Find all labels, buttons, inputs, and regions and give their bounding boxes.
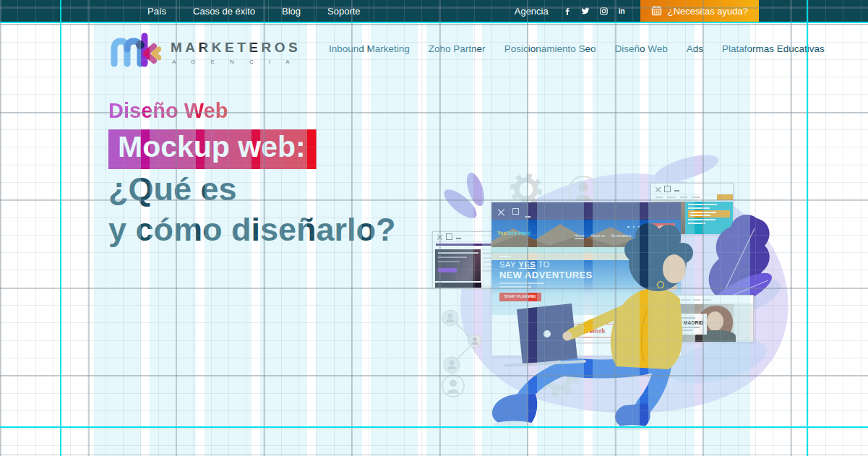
hero-highlight: Mockup web: (108, 129, 317, 169)
topbar-link-agencia[interactable]: Agencia (515, 6, 559, 17)
facebook-icon[interactable] (559, 0, 577, 22)
nav-ads[interactable]: Ads (687, 43, 703, 54)
topbar-menu: País Casos de éxito Blog Soporte (134, 0, 374, 22)
topbar-separator (374, 0, 374, 22)
topbar-link-casos-de-exito[interactable]: Casos de éxito (180, 0, 268, 22)
bottom-edge-line (0, 455, 868, 455)
hero-eyebrow: Diseño Web (108, 99, 228, 123)
nav-inbound-marketing[interactable]: Inbound Marketing (329, 43, 410, 54)
hero-title-line1: ¿Qué es (108, 169, 455, 210)
marketeros-logo[interactable]: MARKETEROS A G E N C I A (108, 32, 301, 72)
cyan-guide-vertical-left (60, 0, 61, 456)
hero-illustration: Yes!let's travel PLANNING Home About us … (430, 145, 849, 430)
help-button[interactable]: ¿Necesitas ayuda? (640, 0, 759, 22)
linkedin-glyph: in (619, 7, 625, 15)
linkedin-icon[interactable]: in (613, 0, 631, 22)
nav-zoho-partner[interactable]: Zoho Partner (429, 43, 486, 54)
sitting-woman-illustration (430, 145, 849, 430)
topbar-link-soporte[interactable]: Soporte (314, 0, 374, 22)
topbar-link-pais[interactable]: País (134, 0, 179, 22)
nav-plataformas-educativas[interactable]: Plataformas Educativas (722, 43, 825, 54)
logo-text: MARKETEROS A G E N C I A (171, 40, 301, 65)
main-nav: Inbound Marketing Zoho Partner Posiciona… (329, 43, 825, 54)
nav-posicionamiento-seo[interactable]: Posicionamiento Seo (504, 43, 596, 54)
brand-name: MARKETEROS (171, 40, 301, 56)
topbar-link-blog[interactable]: Blog (269, 0, 314, 22)
hero-section: Diseño Web Mockup web: ¿Qué es y cómo di… (108, 99, 455, 250)
twitter-icon[interactable] (577, 0, 595, 22)
shoe-left (492, 394, 537, 425)
calendar-icon (651, 5, 662, 18)
face (663, 254, 686, 283)
brand-subtitle: A G E N C I A (171, 59, 301, 65)
hand (563, 332, 572, 341)
topbar-right: Agencia in ¿Necesitas ayuda? (515, 0, 759, 22)
topbar: País Casos de éxito Blog Soporte Agencia… (0, 0, 868, 22)
hero-title-line2: y cómo diseñarlo? (108, 210, 455, 250)
hero-title: ¿Qué es y cómo diseñarlo? (108, 169, 455, 250)
help-button-label: ¿Necesitas ayuda? (668, 6, 748, 17)
nav-diseno-web[interactable]: Diseño Web (614, 43, 667, 54)
instagram-icon[interactable] (595, 0, 613, 22)
torso-shirt (611, 288, 683, 369)
mk-logomark-icon (108, 32, 161, 72)
page: País Casos de éxito Blog Soporte Agencia… (0, 0, 868, 456)
